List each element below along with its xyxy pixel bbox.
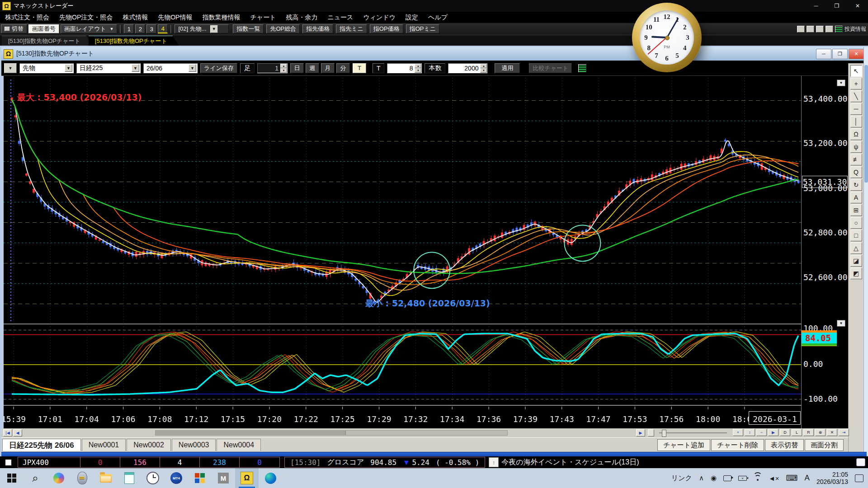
trendline-tool[interactable]: ╲: [850, 90, 862, 102]
minimize-button[interactable]: ─: [806, 0, 826, 12]
eraser-tool[interactable]: ◪: [850, 255, 862, 267]
screen-button-1[interactable]: 1: [124, 24, 134, 33]
scroll-start-button[interactable]: |◀: [3, 429, 12, 436]
menu-item-4[interactable]: 指数業種情報: [197, 12, 245, 23]
chart-window-maximize-button[interactable]: ❐: [832, 49, 848, 59]
fibonacci-fan-tool[interactable]: ψ: [850, 141, 862, 153]
screen-button-4[interactable]: 4: [158, 24, 168, 33]
menu-item-1[interactable]: 先物OP注文・照会: [54, 12, 118, 23]
toolbar-button-1[interactable]: 先OP総合: [266, 24, 300, 33]
chart-tab-3[interactable]: New0003: [172, 439, 216, 451]
news-up-button[interactable]: ↑: [489, 457, 499, 467]
preset-combo[interactable]: [02] 先物... ▼: [175, 24, 229, 33]
horizontal-scrollbar[interactable]: [155, 430, 508, 436]
toolbar-button-5[interactable]: 指OPミニ: [406, 24, 439, 33]
grid-tool[interactable]: ⊞: [850, 204, 862, 216]
ime-indicator[interactable]: A: [805, 474, 810, 483]
taskbar-copilot-button[interactable]: [47, 468, 71, 488]
chart-zoom-button-8[interactable]: ✕: [827, 429, 837, 436]
rectangle-tool[interactable]: □: [850, 230, 862, 241]
ellipse-tool[interactable]: ○: [850, 217, 862, 229]
index-name[interactable]: JPX400: [18, 457, 80, 467]
list-icon[interactable]: [835, 26, 843, 33]
taskbar-edge-button[interactable]: [259, 468, 282, 488]
bar-interval-stepper[interactable]: 1 ▲▼: [257, 63, 288, 73]
chart-zoom-button-2[interactable]: −: [756, 429, 767, 436]
screen-switch-button[interactable]: 切替: [1, 24, 27, 33]
close-button[interactable]: ✕: [847, 0, 868, 12]
battery-icon[interactable]: ✕: [738, 476, 747, 481]
taskbar-clock-app-button[interactable]: [141, 468, 165, 488]
taskbar-seal-app-button[interactable]: [71, 468, 94, 488]
chart-zoom-button-1[interactable]: ↕: [745, 429, 755, 436]
stepper-arrows[interactable]: ▲▼: [415, 64, 421, 73]
tray-expand-caret[interactable]: ∧: [699, 474, 704, 482]
text-tool[interactable]: A: [850, 192, 862, 203]
toolbar-button-3[interactable]: 指先ミニ: [336, 24, 367, 33]
apply-button[interactable]: 適用: [495, 63, 520, 73]
wifi-icon[interactable]: [754, 475, 762, 481]
menu-item-7[interactable]: ニュース: [322, 12, 358, 23]
taskbar-explorer-button[interactable]: [94, 468, 118, 488]
toolbar-button-2[interactable]: 指先価格: [302, 24, 333, 33]
count-stepper[interactable]: 2000 ▲▼: [448, 63, 487, 73]
document-tab-0[interactable]: [5130]指数先物OPチャート: [2, 36, 92, 46]
screen-number-button[interactable]: 画面番号: [28, 24, 59, 33]
vertical-scrollbar[interactable]: [863, 47, 868, 455]
window-cascade-icon[interactable]: [816, 26, 824, 33]
window-arrange-icon[interactable]: [797, 26, 805, 33]
chart-zoom-button-0[interactable]: +: [733, 429, 743, 436]
period-button-0[interactable]: 日: [290, 63, 304, 73]
maximize-button[interactable]: ❐: [826, 0, 847, 12]
volume-muted-icon[interactable]: ◄×: [769, 474, 779, 482]
chart-action-button-3[interactable]: 画面分割: [805, 439, 844, 451]
category-combo[interactable]: 先物▼: [19, 63, 74, 73]
toolbar-button-4[interactable]: 指OP価格: [370, 24, 403, 33]
chart-zoom-button-9[interactable]: ⇥: [839, 429, 849, 436]
screen-button-2[interactable]: 2: [135, 24, 145, 33]
window-tile-icon[interactable]: [807, 26, 814, 33]
price-chart-canvas[interactable]: [4, 76, 801, 428]
document-tab-1[interactable]: [5130]指数先物OPチャート: [89, 36, 179, 46]
stepper-arrows[interactable]: ▲▼: [480, 64, 487, 73]
taskbar-notepad-button[interactable]: [118, 468, 141, 488]
period-button-2[interactable]: 月: [321, 63, 335, 73]
vertical-line-tool[interactable]: │: [850, 116, 862, 127]
taskbar-mt4-button[interactable]: MT4: [165, 468, 188, 488]
taskbar-clock[interactable]: 21:05 2026/03/13: [816, 471, 848, 485]
scroll-left-button[interactable]: ◀: [13, 429, 22, 436]
scroll-box-button[interactable]: [648, 429, 654, 436]
clock-gadget[interactable]: PM 121234567891011: [632, 3, 702, 72]
news-ticker[interactable]: 今夜の海外イベント・スケジュール(13日): [501, 458, 639, 467]
menu-item-10[interactable]: ヘルプ: [423, 12, 453, 23]
tray-link-label[interactable]: リンク: [671, 474, 692, 483]
symbol-combo[interactable]: 日経225▼: [76, 63, 141, 73]
toolbar-button-0[interactable]: 指数一覧: [233, 24, 264, 33]
indicator-list-icon[interactable]: [578, 64, 586, 72]
menu-item-6[interactable]: 残高・余力: [281, 12, 322, 23]
chart-window-close-button[interactable]: ✕: [849, 49, 864, 59]
status-right-icon[interactable]: [856, 458, 865, 466]
chart-tab-0[interactable]: 日経225先物 26/06: [2, 439, 81, 451]
chart-zoom-button-7[interactable]: ⊕: [815, 429, 826, 436]
cycle-tool[interactable]: ↻: [850, 179, 862, 191]
quote-tool[interactable]: Q: [850, 166, 862, 178]
chart-zoom-button-6[interactable]: R: [803, 429, 814, 436]
chart-zoom-button-3[interactable]: ▶: [768, 429, 778, 436]
pane-menu-button[interactable]: ▼: [837, 320, 845, 327]
chart-action-button-1[interactable]: チャート削除: [711, 439, 764, 451]
notification-center-icon[interactable]: [855, 474, 863, 482]
chart-zoom-button-4[interactable]: D: [780, 429, 790, 436]
pane-menu-button[interactable]: ▼: [837, 80, 845, 86]
invest-info-label[interactable]: 投資情報: [844, 25, 866, 33]
taskbar-search-button[interactable]: ⌕: [24, 468, 47, 488]
menu-item-9[interactable]: 設定: [401, 12, 423, 23]
start-button[interactable]: [0, 468, 24, 488]
tick-button[interactable]: T: [353, 63, 366, 73]
chart-window-title-bar[interactable]: Ω [5130]指数先物OPチャート ─❐✕: [1, 47, 867, 61]
chart-window-minimize-button[interactable]: ─: [816, 49, 831, 59]
compare-chart-button[interactable]: 比較チャート: [529, 63, 572, 73]
menu-item-5[interactable]: チャート: [245, 12, 281, 23]
slider-handle[interactable]: [662, 430, 666, 437]
alert-tool[interactable]: Ω: [850, 128, 862, 140]
